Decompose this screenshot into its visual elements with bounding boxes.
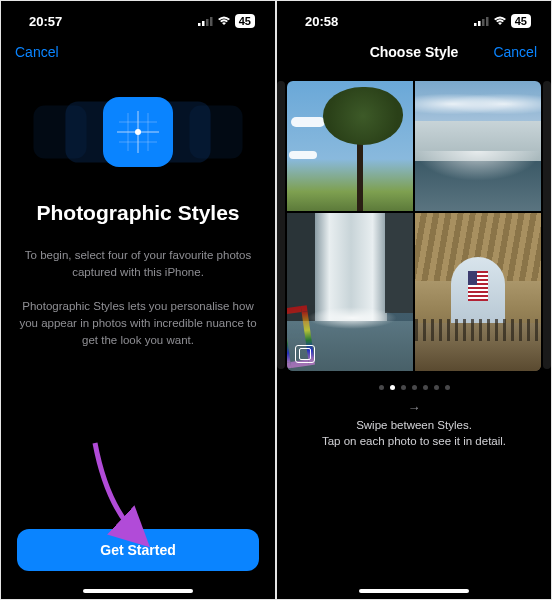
wifi-icon — [217, 16, 231, 26]
photo-thumbnail[interactable] — [287, 213, 413, 371]
intro-text: To begin, select four of your favourite … — [1, 247, 275, 280]
screen-photographic-styles-intro: 20:57 45 Cancel — [0, 0, 276, 600]
pager-dot[interactable] — [434, 385, 439, 390]
photo-thumbnail[interactable] — [287, 81, 413, 211]
status-icons: 45 — [474, 14, 531, 28]
pager-dot[interactable] — [423, 385, 428, 390]
battery-level: 45 — [235, 14, 255, 28]
status-time: 20:57 — [29, 14, 62, 29]
battery-level: 45 — [511, 14, 531, 28]
svg-rect-14 — [486, 17, 489, 26]
svg-rect-12 — [478, 21, 481, 26]
pager-dot[interactable] — [390, 385, 395, 390]
pager-dot[interactable] — [401, 385, 406, 390]
get-started-button[interactable]: Get Started — [17, 529, 259, 571]
svg-rect-3 — [210, 17, 213, 26]
status-bar: 20:58 45 — [277, 1, 551, 33]
page-indicator[interactable] — [277, 385, 551, 390]
pager-dot[interactable] — [379, 385, 384, 390]
description-text: Photographic Styles lets you personalise… — [1, 298, 275, 348]
svg-point-10 — [135, 129, 141, 135]
home-indicator[interactable] — [359, 589, 469, 593]
pager-dot[interactable] — [445, 385, 450, 390]
screen-choose-style: 20:58 45 Choose Style Cancel — [276, 0, 552, 600]
cancel-button[interactable]: Cancel — [493, 44, 537, 60]
cancel-button[interactable]: Cancel — [15, 44, 59, 60]
hero-graphic — [1, 77, 275, 187]
hint-text: Swipe between Styles. Tap on each photo … — [277, 417, 551, 449]
style-badge-icon — [295, 345, 315, 363]
svg-rect-0 — [198, 23, 201, 26]
cellular-signal-icon — [474, 16, 489, 26]
wifi-icon — [493, 16, 507, 26]
nav-bar: Choose Style Cancel — [277, 33, 551, 71]
svg-rect-11 — [474, 23, 477, 26]
status-icons: 45 — [198, 14, 255, 28]
svg-rect-2 — [206, 19, 209, 26]
nav-title: Choose Style — [370, 44, 459, 60]
pager-dot[interactable] — [412, 385, 417, 390]
swipe-arrow-icon: → — [277, 400, 551, 415]
svg-rect-1 — [202, 21, 205, 26]
svg-rect-13 — [482, 19, 485, 26]
styles-app-icon — [103, 97, 173, 167]
photo-thumbnail[interactable] — [415, 81, 541, 211]
status-bar: 20:57 45 — [1, 1, 275, 33]
status-time: 20:58 — [305, 14, 338, 29]
home-indicator[interactable] — [83, 589, 193, 593]
style-preview-grid[interactable] — [287, 81, 541, 371]
next-style-peek[interactable] — [543, 81, 551, 369]
nav-bar: Cancel — [1, 33, 275, 71]
prev-style-peek[interactable] — [277, 81, 285, 369]
photo-thumbnail[interactable] — [415, 213, 541, 371]
cellular-signal-icon — [198, 16, 213, 26]
page-title: Photographic Styles — [1, 201, 275, 225]
